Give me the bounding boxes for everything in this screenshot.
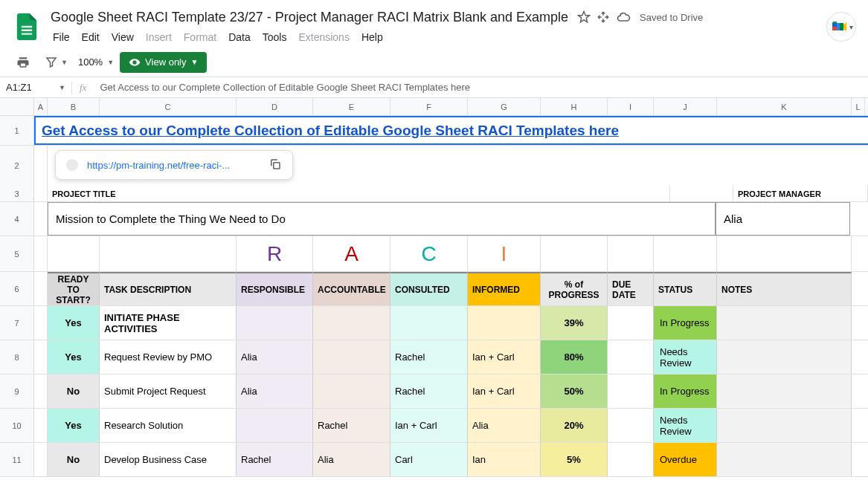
cell-date[interactable] bbox=[608, 374, 654, 408]
raci-R[interactable]: R bbox=[237, 236, 313, 271]
cell-ready[interactable]: No bbox=[48, 443, 100, 476]
cell-acc[interactable] bbox=[313, 374, 390, 408]
cell-notes[interactable] bbox=[717, 443, 852, 476]
cell-cons[interactable]: Carl bbox=[390, 443, 468, 476]
row-header[interactable]: 5 bbox=[0, 236, 34, 271]
cloud-icon[interactable] bbox=[616, 10, 631, 25]
sheets-logo[interactable] bbox=[12, 12, 42, 42]
menu-view[interactable]: View bbox=[106, 28, 139, 46]
meet-icon[interactable]: ▾ bbox=[826, 12, 856, 42]
cell-ready[interactable]: Yes bbox=[48, 340, 100, 374]
cell-notes[interactable] bbox=[717, 306, 852, 340]
col-header[interactable]: F bbox=[390, 98, 468, 115]
col-header[interactable]: G bbox=[468, 98, 541, 115]
row-header[interactable]: 11 bbox=[0, 443, 34, 476]
cell[interactable] bbox=[34, 202, 48, 236]
cell[interactable] bbox=[34, 236, 48, 271]
th-notes[interactable]: NOTES bbox=[717, 272, 852, 305]
cell[interactable] bbox=[100, 236, 237, 271]
col-header[interactable]: C bbox=[100, 98, 237, 115]
cell-resp[interactable]: Rachel bbox=[237, 443, 313, 476]
project-manager-value[interactable]: Alia bbox=[716, 202, 850, 236]
cell-desc[interactable]: Request Review by PMO bbox=[100, 340, 237, 374]
cell-desc[interactable]: INITIATE PHASE ACTIVITIES bbox=[100, 306, 237, 340]
cell-cons[interactable]: Rachel bbox=[390, 374, 468, 408]
cell-acc[interactable] bbox=[313, 340, 390, 374]
cell-prog[interactable]: 80% bbox=[541, 340, 608, 374]
raci-C[interactable]: C bbox=[390, 236, 468, 271]
menu-insert[interactable]: Insert bbox=[141, 28, 177, 46]
cell-notes[interactable] bbox=[717, 340, 852, 374]
cell[interactable] bbox=[608, 236, 654, 271]
cell-notes[interactable] bbox=[717, 409, 852, 442]
row-header[interactable]: 8 bbox=[0, 340, 34, 374]
cell[interactable] bbox=[717, 236, 852, 271]
col-header[interactable]: K bbox=[717, 98, 852, 115]
cell-prog[interactable]: 5% bbox=[541, 443, 608, 476]
cell[interactable] bbox=[34, 186, 48, 201]
row-header[interactable]: 2 bbox=[0, 146, 34, 186]
col-header[interactable]: E bbox=[313, 98, 390, 115]
cell[interactable] bbox=[48, 236, 100, 271]
th-inf[interactable]: INFORMED bbox=[468, 272, 541, 305]
label-project-title[interactable]: PROJECT TITLE bbox=[48, 186, 670, 201]
cell[interactable] bbox=[654, 236, 717, 271]
select-all-cell[interactable] bbox=[0, 98, 34, 115]
row-header[interactable]: 9 bbox=[0, 374, 34, 408]
row-header[interactable]: 4 bbox=[0, 202, 34, 236]
cell-resp[interactable]: Alia bbox=[237, 374, 313, 408]
menu-tools[interactable]: Tools bbox=[257, 28, 292, 46]
th-prog[interactable]: % of PROGRESS bbox=[541, 272, 608, 305]
move-icon[interactable] bbox=[597, 10, 610, 24]
cell-date[interactable] bbox=[608, 443, 654, 476]
col-header[interactable]: B bbox=[48, 98, 100, 115]
cell-inf[interactable]: Ian bbox=[468, 443, 541, 476]
row-header[interactable]: 6 bbox=[0, 272, 34, 305]
name-box[interactable]: A1:Z1▼ bbox=[0, 82, 71, 93]
formula-text[interactable]: Get Access to our Complete Collection of… bbox=[94, 82, 470, 93]
filter-icon[interactable]: ▼ bbox=[40, 53, 72, 72]
cell-acc[interactable] bbox=[313, 306, 390, 340]
cell-ready[interactable]: No bbox=[48, 374, 100, 408]
col-header[interactable]: H bbox=[541, 98, 608, 115]
cell-date[interactable] bbox=[608, 409, 654, 442]
cell-inf[interactable]: Ian + Carl bbox=[468, 374, 541, 408]
col-header[interactable]: L bbox=[852, 98, 865, 115]
cell-prog[interactable]: 50% bbox=[541, 374, 608, 408]
cell-status[interactable]: In Progress bbox=[654, 306, 717, 340]
cell[interactable] bbox=[541, 236, 608, 271]
menu-help[interactable]: Help bbox=[356, 28, 388, 46]
cell-cons[interactable]: Rachel bbox=[390, 340, 468, 374]
raci-I[interactable]: I bbox=[468, 236, 541, 271]
project-title-value[interactable]: Mission to Complete the Thing We Need to… bbox=[48, 202, 716, 236]
row-header[interactable]: 1 bbox=[0, 116, 34, 145]
cell-status[interactable]: Needs Review bbox=[654, 409, 717, 442]
th-status[interactable]: STATUS bbox=[654, 272, 717, 305]
cell-cons[interactable]: Ian + Carl bbox=[390, 409, 468, 442]
link-url[interactable]: https://pm-training.net/free-raci-... bbox=[87, 160, 260, 171]
cell[interactable] bbox=[34, 340, 48, 374]
cell[interactable] bbox=[34, 374, 48, 408]
copy-link-icon[interactable] bbox=[269, 158, 282, 173]
menu-edit[interactable]: Edit bbox=[77, 28, 105, 46]
cell-date[interactable] bbox=[608, 306, 654, 340]
cell[interactable] bbox=[34, 146, 48, 186]
menu-data[interactable]: Data bbox=[223, 28, 256, 46]
cell-status[interactable]: Needs Review bbox=[654, 340, 717, 374]
col-header[interactable]: A bbox=[34, 98, 48, 115]
row-header[interactable]: 10 bbox=[0, 409, 34, 442]
cell-acc[interactable]: Rachel bbox=[313, 409, 390, 442]
menu-extensions[interactable]: Extensions bbox=[293, 28, 354, 46]
cell-date[interactable] bbox=[608, 340, 654, 374]
cell-notes[interactable] bbox=[717, 374, 852, 408]
cell[interactable] bbox=[34, 443, 48, 476]
cell-ready[interactable]: Yes bbox=[48, 306, 100, 340]
cell-resp[interactable] bbox=[237, 306, 313, 340]
link-cell[interactable]: Get Access to our Complete Collection of… bbox=[34, 116, 868, 145]
cell[interactable] bbox=[670, 186, 733, 201]
cell-resp[interactable]: Alia bbox=[237, 340, 313, 374]
print-icon[interactable] bbox=[12, 53, 34, 72]
cell-inf[interactable]: Alia bbox=[468, 409, 541, 442]
cell-inf[interactable]: Ian + Carl bbox=[468, 340, 541, 374]
cell-prog[interactable]: 20% bbox=[541, 409, 608, 442]
